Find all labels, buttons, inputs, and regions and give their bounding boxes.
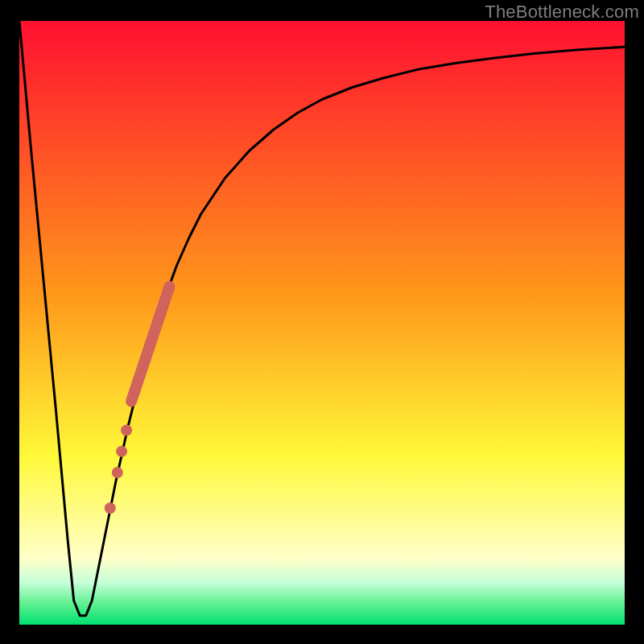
plot-area	[19, 21, 625, 625]
highlight-dot	[121, 425, 132, 436]
highlight-dot	[116, 446, 127, 457]
highlight-dot	[105, 502, 116, 514]
highlight-dot	[112, 467, 123, 478]
chart-svg	[0, 0, 644, 644]
watermark-text: TheBottleneck.com	[485, 2, 639, 23]
